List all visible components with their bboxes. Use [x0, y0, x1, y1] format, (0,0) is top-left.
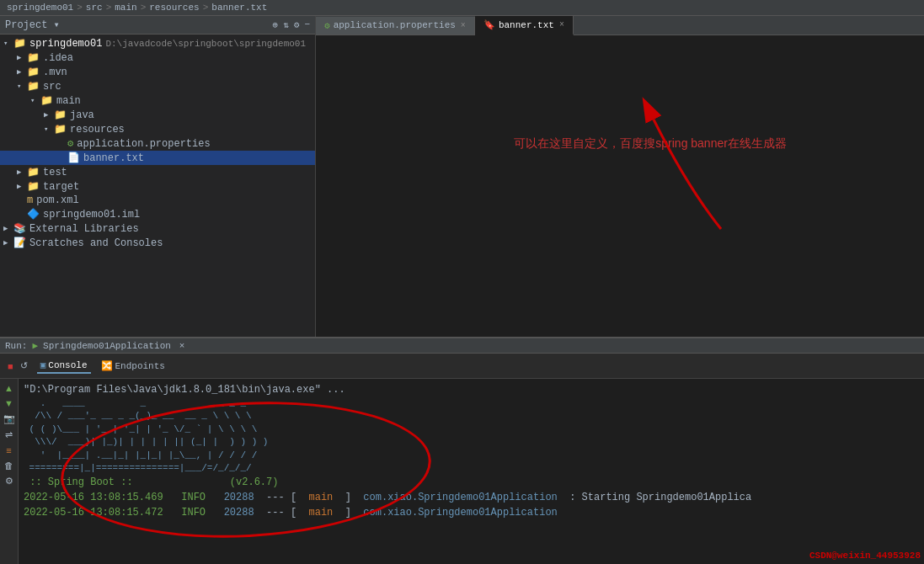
file-tree: ▾ 📁 springdemo01 D:\javadcode\springboot… — [0, 35, 315, 337]
tree-item-iml[interactable]: 🔷 springdemo01.iml — [0, 207, 315, 221]
label-application-properties: application.properties — [77, 138, 210, 150]
label-main: main — [56, 95, 81, 107]
label-resources: resources — [70, 124, 125, 136]
tree-item-springdemo01[interactable]: ▾ 📁 springdemo01 D:\javadcode\springboot… — [0, 36, 315, 51]
label-springdemo01: springdemo01 — [29, 38, 102, 50]
sidebar-header: Project ▾ ⊕ ⇅ ⚙ − — [0, 16, 315, 35]
clear-button[interactable]: 🗑 — [3, 460, 14, 471]
console-output[interactable]: "D:\Program Files\Java\jdk1.8.0_181\bin\… — [19, 379, 924, 564]
tree-item-scratches-consoles[interactable]: ▶ 📝 Scratches and Consoles — [0, 236, 315, 250]
breadcrumb-bar: springdemo01 > src > main > resources > … — [0, 0, 924, 16]
tree-item-idea[interactable]: ▶ 📁 .idea — [0, 51, 315, 65]
ts-1: 2022-05-16 13:08:15.469 — [24, 492, 163, 503]
left-gutter: ■ ↺ — [3, 355, 32, 376]
close-application-properties[interactable]: × — [461, 21, 466, 30]
xml-icon-pom: m — [27, 194, 33, 206]
breadcrumb-src[interactable]: src — [86, 3, 103, 13]
label-scratches-consoles: Scratches and Consoles — [29, 237, 163, 249]
banner-line-4: \\\/ ___)| |_)| | | | | || (_| | ) ) ) ) — [24, 436, 919, 449]
tree-item-mvn[interactable]: ▶ 📁 .mvn — [0, 65, 315, 79]
sidebar-icons: ⊕ ⇅ ⚙ − — [273, 19, 310, 30]
rerun-button[interactable]: ↺ — [18, 359, 30, 373]
tab-endpoints[interactable]: 🔀 Endpoints — [98, 359, 168, 373]
breadcrumb-main[interactable]: main — [115, 3, 136, 13]
arrow-main: ▾ — [30, 96, 40, 105]
arrow-resources: ▾ — [44, 125, 54, 134]
tree-item-external-libraries[interactable]: ▶ 📚 External Libraries — [0, 221, 315, 236]
tab-banner-txt[interactable]: 🔖 banner.txt × — [475, 16, 574, 35]
banner-line-3: ( ( )\___ | '_ | '_| | '_ \/_ ` | \ \ \ … — [24, 423, 919, 436]
main-content: Project ▾ ⊕ ⇅ ⚙ − ▾ 📁 springdemo01 D:\ja… — [0, 16, 924, 337]
label-iml: springdemo01.iml — [43, 209, 140, 221]
banner-line-5: ' |____| .__|_| |_|_| |_\__, | / / / / — [24, 450, 919, 462]
tree-item-test[interactable]: ▶ 📁 test — [0, 165, 315, 179]
project-label[interactable]: Project ▾ — [5, 19, 60, 31]
endpoints-tab-label: Endpoints — [115, 361, 165, 371]
tree-item-main[interactable]: ▾ 📁 main — [0, 93, 315, 108]
run-close-icon[interactable]: × — [179, 341, 185, 351]
props-tab-icon: ⚙ — [324, 20, 330, 31]
run-label: Run: — [5, 341, 27, 351]
tab-label-banner-txt: banner.txt — [499, 20, 554, 30]
console-tabs: ▣ Console 🔀 Endpoints — [37, 358, 168, 374]
folder-icon-springdemo01: 📁 — [13, 37, 26, 50]
arrow-ext-lib: ▶ — [3, 224, 13, 233]
banner-line-6: =========|_|===============|___/=/_/_/_/ — [24, 462, 919, 475]
breadcrumb-sep-4: > — [203, 3, 209, 13]
tree-item-src[interactable]: ▾ 📁 src — [0, 79, 315, 93]
tree-item-banner-txt[interactable]: 📄 banner.txt — [0, 151, 315, 165]
path-springdemo01: D:\javadcode\springboot\springdemo01 — [105, 39, 306, 49]
run-app-label[interactable]: Springdemo01Application — [43, 341, 171, 351]
label-banner-txt: banner.txt — [83, 152, 144, 164]
close-banner-txt[interactable]: × — [559, 20, 564, 29]
folder-icon-test: 📁 — [27, 166, 40, 178]
bottom-panel: Run: ▶ Springdemo01Application × ■ ↺ ▣ C… — [0, 337, 924, 564]
tab-application-properties[interactable]: ⚙ application.properties × — [316, 17, 475, 35]
msg-1: : Starting Springdemo01Applica — [563, 492, 751, 503]
console-body: ▲ ▼ 📷 ⇌ ≡ 🗑 ⚙ "D:\Program Files\Java\jdk… — [0, 379, 924, 564]
scroll-down-button[interactable]: ▼ — [3, 397, 14, 409]
sync-icon[interactable]: ⊕ — [273, 19, 279, 30]
scratch-icon: 📝 — [13, 237, 26, 249]
editor-content[interactable]: 可以在这里自定义，百度搜spring banner在线生成器 — [316, 35, 924, 337]
arrow-target: ▶ — [17, 182, 27, 191]
run-bar: Run: ▶ Springdemo01Application × — [0, 338, 924, 354]
minus-icon[interactable]: − — [304, 19, 310, 30]
console-tab-label: Console — [48, 360, 87, 370]
breadcrumb-project[interactable]: springdemo01 — [7, 3, 73, 13]
tab-console[interactable]: ▣ Console — [37, 358, 91, 374]
class-2: com.xiao.Springdemo01Application — [363, 507, 557, 519]
wrap-button[interactable]: ⇌ — [4, 428, 13, 441]
arrow-mvn: ▶ — [17, 67, 27, 77]
camera-button[interactable]: 📷 — [3, 412, 16, 425]
tree-item-application-properties[interactable]: ⚙ application.properties — [0, 136, 315, 151]
console-toolbar: ■ ↺ ▣ Console 🔀 Endpoints — [0, 354, 924, 379]
scroll-up-button[interactable]: ▲ — [3, 382, 14, 394]
stop-button[interactable]: ■ — [5, 359, 16, 373]
tab-label-application-properties: application.properties — [334, 20, 456, 30]
tree-item-pom-xml[interactable]: m pom.xml — [0, 194, 315, 207]
folder-icon-target: 📁 — [27, 180, 40, 193]
settings-console-button[interactable]: ⚙ — [4, 475, 14, 487]
label-src: src — [43, 81, 61, 93]
breadcrumb-sep-2: > — [106, 3, 112, 13]
settings-icon[interactable]: ⇅ — [283, 19, 289, 30]
watermark-text: CSDN@weixin_44953928 — [809, 549, 921, 563]
thread-1: main — [309, 492, 334, 503]
filter-button[interactable]: ≡ — [5, 444, 12, 456]
breadcrumb-resources[interactable]: resources — [149, 3, 199, 13]
pid-2: 20288 — [224, 507, 254, 519]
endpoints-icon: 🔀 — [101, 360, 113, 371]
breadcrumb-file[interactable]: banner.txt — [211, 3, 267, 13]
tree-item-resources[interactable]: ▾ 📁 resources — [0, 122, 315, 136]
tree-item-target[interactable]: ▶ 📁 target — [0, 179, 315, 194]
label-test: test — [43, 167, 67, 178]
arrow-java: ▶ — [44, 110, 54, 120]
gear-icon[interactable]: ⚙ — [294, 19, 300, 30]
info-line-2: 2022-05-16 13:08:15.472 INFO 20288 --- [… — [24, 505, 919, 520]
label-idea: .idea — [43, 52, 73, 64]
arrow-idea: ▶ — [17, 53, 27, 62]
tree-item-java[interactable]: ▶ 📁 java — [0, 108, 315, 122]
breadcrumb-sep-1: > — [77, 3, 83, 13]
folder-icon-java: 📁 — [54, 109, 67, 121]
